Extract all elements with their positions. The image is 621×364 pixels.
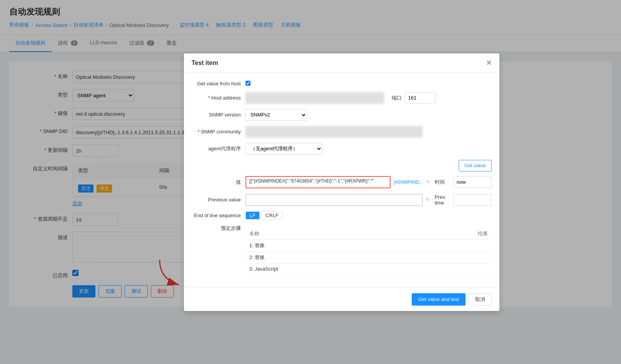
get-value-and-test-button[interactable]: Get value and test	[412, 293, 466, 306]
preprocessing-label: 预定步骤	[192, 225, 245, 232]
prev-time-row: Prev. time	[435, 194, 492, 206]
host-address-control: 端口	[245, 92, 492, 104]
modal-row-prev-value: Previous value ✎ Prev. time	[192, 194, 492, 206]
value-box: [{"{#SNMPINDEX}":"67403854","{#THD}":"-1…	[245, 176, 391, 188]
modal-row-agent-proxy: agent代理程序 （无agent代理程序）	[192, 143, 492, 155]
get-value-host-label: Get value from host	[192, 81, 245, 86]
snmp-version-control: SNMPv2 SNMPv1 SNMPv3	[245, 109, 492, 121]
modal-row-snmp-community: SNMP community	[192, 126, 492, 138]
prev-time-label: Prev. time	[435, 194, 450, 206]
host-address-input[interactable]	[245, 92, 384, 104]
eof-lf-button[interactable]: LF	[245, 211, 260, 219]
agent-proxy-label: agent代理程序	[192, 145, 245, 152]
port-input[interactable]	[405, 92, 436, 104]
eof-control: LF CRLF	[245, 211, 492, 219]
modal-row-eof: End of line sequence LF CRLF	[192, 211, 492, 219]
modal-close-button[interactable]: ✕	[486, 59, 492, 67]
modal-row-host-address: Host address 端口	[192, 92, 492, 104]
modal-title: Test item	[192, 60, 218, 66]
get-value-button[interactable]: Get value	[459, 160, 492, 171]
snmp-community-input[interactable]	[245, 126, 422, 138]
step-num-name: 2: 替换	[245, 251, 411, 263]
edit-prev-value-icon[interactable]: ✎	[426, 197, 430, 203]
snmp-community-control	[245, 126, 492, 138]
time-row: 时间	[435, 176, 492, 188]
modal-body: Get value from host Host address 端口 SNMP…	[184, 73, 499, 288]
agent-proxy-select[interactable]: （无agent代理程序）	[245, 143, 322, 155]
preprocessing-step-row: 1: 替换	[245, 239, 492, 251]
col-result: 结果	[411, 228, 492, 240]
edit-value-icon[interactable]: ✎	[426, 179, 430, 185]
prev-time-input[interactable]	[453, 194, 492, 206]
col-name: 名称	[245, 228, 411, 240]
prev-value-control: ✎	[245, 194, 430, 206]
step-num-name: 1: 替换	[245, 239, 411, 251]
modal-footer: Get value and test 取消	[184, 288, 499, 311]
modal-row-preprocessing: 预定步骤 名称 结果 1: 替换2: 替换3: JavaScript	[192, 225, 492, 274]
eof-crlf-button[interactable]: CRLF	[261, 211, 283, 219]
snmp-version-select[interactable]: SNMPv2 SNMPv1 SNMPv3	[245, 109, 307, 121]
time-label: 时间	[435, 179, 450, 186]
snmp-community-label: SNMP community	[192, 129, 245, 135]
preprocessing-step-row: 2: 替换	[245, 251, 492, 263]
get-value-host-control	[245, 81, 492, 87]
value-control: [{"{#SNMPINDEX}":"67403854","{#THD}":"-1…	[245, 176, 430, 188]
host-address-label: Host address	[192, 95, 245, 101]
modal-row-snmp-version: SNMP version SNMPv2 SNMPv1 SNMPv3	[192, 109, 492, 121]
snmp-version-label: SNMP version	[192, 112, 245, 118]
value-label: 值	[192, 179, 245, 186]
preprocessing-step-row: 3: JavaScript	[245, 263, 492, 274]
time-input[interactable]	[453, 176, 492, 188]
port-label: 端口	[392, 95, 402, 101]
get-value-host-checkbox[interactable]	[245, 81, 250, 86]
prev-value-label: Previous value	[192, 197, 245, 203]
prev-value-box	[245, 194, 423, 206]
modal-header: Test item ✕	[184, 53, 499, 73]
value-suffix[interactable]: {#SNMPIND...	[394, 180, 423, 185]
test-item-modal: Test item ✕ Get value from host Host add…	[184, 53, 499, 311]
agent-proxy-control: （无agent代理程序）	[245, 143, 492, 155]
step-num-name: 3: JavaScript	[245, 263, 411, 274]
modal-row-get-value: Get value from host	[192, 81, 492, 87]
cancel-button[interactable]: 取消	[469, 293, 492, 306]
modal-row-value: 值 [{"{#SNMPINDEX}":"67403854","{#THD}":"…	[192, 176, 492, 188]
preprocessing-control: 名称 结果 1: 替换2: 替换3: JavaScript	[245, 225, 492, 274]
eof-label: End of line sequence	[192, 213, 245, 218]
preprocessing-table: 名称 结果 1: 替换2: 替换3: JavaScript	[245, 228, 492, 274]
